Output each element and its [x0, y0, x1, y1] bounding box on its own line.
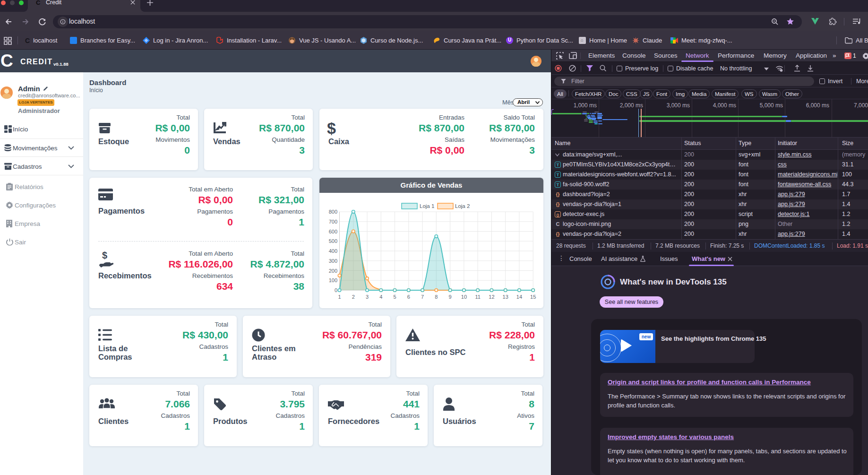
- svg-text:7: 7: [421, 294, 424, 300]
- svg-text:9: 9: [449, 294, 452, 300]
- svg-text:Loja 1: Loja 1: [420, 203, 434, 209]
- svg-text:10: 10: [461, 294, 467, 300]
- svg-text:12: 12: [489, 294, 494, 300]
- svg-text:4: 4: [379, 294, 382, 300]
- svg-text:3: 3: [366, 294, 369, 300]
- svg-text:5: 5: [393, 294, 396, 300]
- svg-text:400: 400: [329, 248, 337, 254]
- svg-text:500: 500: [329, 238, 337, 244]
- svg-text:200: 200: [329, 268, 337, 274]
- svg-text:100: 100: [329, 277, 337, 283]
- svg-text:11: 11: [475, 294, 480, 300]
- svg-text:2: 2: [352, 294, 355, 300]
- svg-text:800: 800: [329, 209, 337, 215]
- svg-text:$: $: [102, 250, 107, 260]
- svg-text:300: 300: [329, 258, 337, 264]
- svg-text:15: 15: [530, 294, 536, 300]
- svg-text:6: 6: [407, 294, 410, 300]
- svg-text:0: 0: [335, 287, 337, 293]
- svg-text:14: 14: [516, 294, 522, 300]
- svg-text:600: 600: [329, 229, 337, 234]
- svg-text:13: 13: [503, 294, 508, 300]
- svg-text:Loja 2: Loja 2: [455, 203, 470, 209]
- svg-text:8: 8: [435, 294, 438, 300]
- svg-text:1: 1: [338, 294, 341, 300]
- svg-text:700: 700: [329, 219, 337, 225]
